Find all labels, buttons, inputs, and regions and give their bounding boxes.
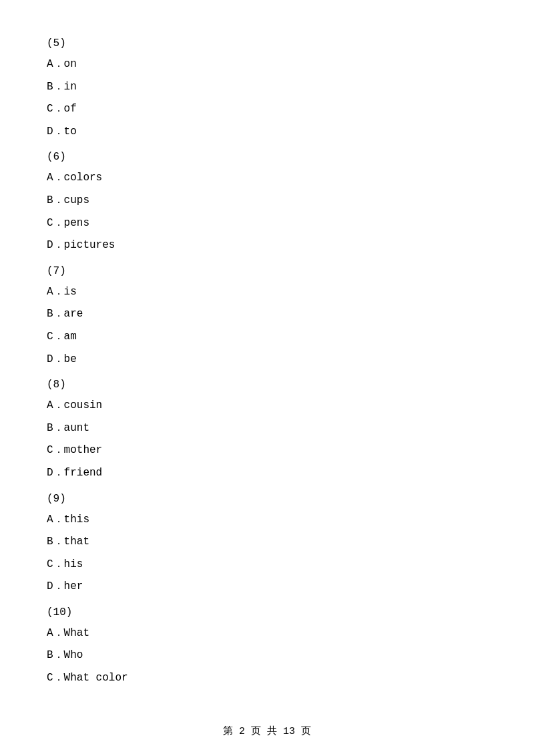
question-number-7: (7) — [40, 265, 494, 277]
option-q5-1: B．in — [40, 79, 494, 96]
option-q6-0: A．colors — [40, 170, 494, 187]
option-q9-2: C．his — [40, 556, 494, 574]
question-number-6: (6) — [40, 151, 494, 163]
option-q5-0: A．on — [40, 56, 494, 73]
question-number-5: (5) — [40, 37, 494, 49]
option-q6-2: C．pens — [40, 215, 494, 232]
option-q8-2: C．mother — [40, 442, 494, 459]
option-q9-1: B．that — [40, 534, 494, 551]
option-q7-0: A．is — [40, 284, 494, 301]
question-number-9: (9) — [40, 493, 494, 505]
option-q7-2: C．am — [40, 329, 494, 346]
option-q9-3: D．her — [40, 578, 494, 596]
question-number-10: (10) — [40, 606, 494, 618]
option-q7-3: D．be — [40, 351, 494, 369]
option-q5-2: C．of — [40, 101, 494, 118]
page-footer: 第 2 页 共 13 页 — [0, 725, 534, 737]
option-q7-1: B．are — [40, 306, 494, 323]
option-q10-2: C．What color — [40, 670, 494, 687]
option-q5-3: D．to — [40, 124, 494, 141]
option-q8-0: A．cousin — [40, 397, 494, 415]
footer-text: 第 2 页 共 13 页 — [223, 726, 311, 737]
option-q8-1: B．aunt — [40, 420, 494, 437]
option-q6-3: D．pictures — [40, 237, 494, 254]
question-number-8: (8) — [40, 379, 494, 391]
option-q10-0: A．What — [40, 625, 494, 642]
option-q9-0: A．this — [40, 512, 494, 529]
option-q6-1: B．cups — [40, 192, 494, 210]
page-content: (5)A．onB．inC．ofD．to(6)A．colorsB．cupsC．pe… — [0, 0, 534, 733]
option-q8-3: D．friend — [40, 465, 494, 482]
option-q10-1: B．Who — [40, 647, 494, 665]
